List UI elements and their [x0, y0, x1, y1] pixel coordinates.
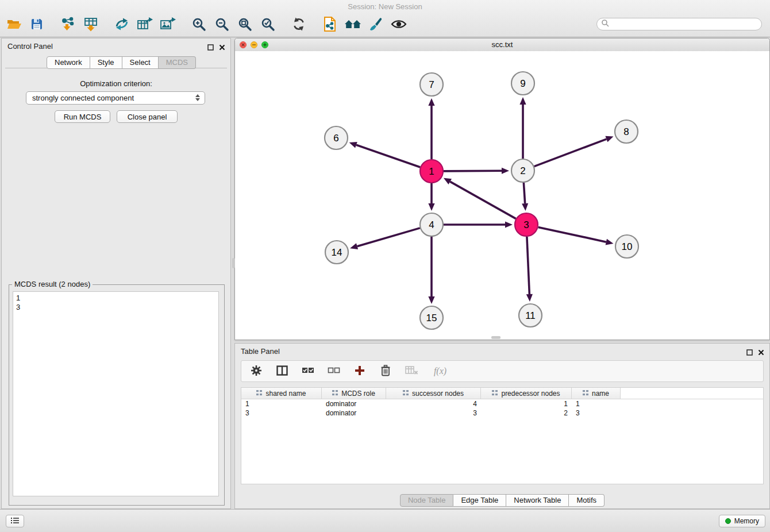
close-panel-icon[interactable]: [219, 43, 225, 53]
svg-text:2: 2: [520, 165, 525, 176]
show-graphics-details-button[interactable]: [387, 14, 410, 35]
apply-style-button[interactable]: [364, 14, 387, 35]
column-edit-icon: [583, 390, 589, 398]
graph-node-4[interactable]: 4: [420, 213, 443, 236]
graph-edge-3-11[interactable]: [526, 237, 533, 302]
column-header-name[interactable]: name: [572, 388, 621, 399]
delete-column-button[interactable]: [379, 364, 392, 379]
graph-edge-4-15[interactable]: [428, 237, 434, 304]
zoom-out-button[interactable]: [210, 14, 233, 35]
delete-table-button[interactable]: [405, 364, 418, 379]
add-column-button[interactable]: [353, 364, 367, 379]
mcds-result-title: MCDS result (2 nodes): [12, 280, 93, 288]
minimize-window-icon[interactable]: [251, 41, 257, 48]
table-row[interactable]: 1dominator411: [241, 399, 763, 408]
graph-node-6[interactable]: 6: [325, 126, 348, 149]
column-header-label: name: [592, 390, 609, 398]
tab-network[interactable]: Network: [47, 56, 90, 69]
run-mcds-button[interactable]: Run MCDS: [55, 110, 110, 123]
tab-mcds[interactable]: MCDS: [159, 56, 196, 69]
refresh-view-button[interactable]: [287, 14, 310, 35]
table-cell: 4: [386, 400, 481, 408]
column-header-predecessor-nodes[interactable]: predecessor nodes: [481, 388, 572, 399]
table-settings-button[interactable]: [249, 364, 263, 379]
criterion-dropdown[interactable]: strongly connected component: [26, 91, 205, 105]
float-panel-icon[interactable]: [207, 43, 214, 53]
network-window-titlebar[interactable]: scc.txt: [235, 38, 769, 52]
table-delete-icon: [405, 366, 418, 377]
graph-node-15[interactable]: 15: [420, 306, 443, 329]
open-session-button[interactable]: [2, 14, 25, 35]
graph-edge-3-10[interactable]: [538, 227, 614, 245]
column-edit-icon: [256, 390, 263, 398]
new-network-from-selection-button[interactable]: [318, 14, 341, 35]
eye-icon: [391, 18, 407, 32]
mcds-result-list[interactable]: 13: [13, 291, 219, 496]
search-box[interactable]: [596, 18, 762, 30]
export-table-icon: [137, 17, 153, 33]
tab-style[interactable]: Style: [90, 56, 122, 69]
graph-node-7[interactable]: 7: [420, 73, 443, 96]
import-network-button[interactable]: [56, 14, 79, 35]
import-table-button[interactable]: [79, 14, 102, 35]
graph-edge-4-14[interactable]: [350, 228, 420, 249]
graph-edge-2-8[interactable]: [534, 136, 614, 167]
svg-text:6: 6: [333, 133, 338, 144]
import-network-icon: [60, 17, 75, 33]
tab-edge-table[interactable]: Edge Table: [453, 494, 506, 507]
save-session-button[interactable]: [25, 14, 48, 35]
graph-edge-2-9[interactable]: [519, 97, 526, 159]
select-all-rows-button[interactable]: [301, 364, 315, 379]
export-image-button[interactable]: [156, 14, 179, 35]
function-builder-button[interactable]: f(x): [430, 364, 450, 379]
table-row[interactable]: 3dominator323: [241, 408, 763, 418]
graph-edge-1-7[interactable]: [428, 98, 434, 159]
graph-edge-1-4[interactable]: [428, 183, 434, 211]
column-header-successor-nodes[interactable]: successor nodes: [386, 388, 481, 399]
graph-edge-1-2[interactable]: [444, 168, 509, 174]
vertical-splitter-handle[interactable]: [232, 258, 235, 268]
graph-node-8[interactable]: 8: [615, 120, 638, 143]
graph-edge-1-6[interactable]: [349, 142, 421, 167]
graph-node-1[interactable]: 1: [420, 160, 443, 183]
graph-node-10[interactable]: 10: [615, 235, 638, 258]
graph-node-14[interactable]: 14: [325, 241, 348, 264]
zoom-in-button[interactable]: [187, 14, 210, 35]
float-panel-icon[interactable]: [746, 348, 753, 358]
maximize-window-icon[interactable]: [261, 41, 268, 48]
tab-select[interactable]: Select: [122, 56, 159, 69]
zoom-fit-button[interactable]: [233, 14, 256, 35]
network-arrows-button[interactable]: [110, 14, 133, 35]
task-history-button[interactable]: [6, 515, 24, 527]
table-panel: Table Panel: [234, 343, 770, 509]
close-panel-icon[interactable]: [758, 348, 764, 358]
show-hide-panels-button[interactable]: [341, 14, 364, 35]
column-visibility-button[interactable]: [275, 364, 289, 379]
table-header-row: shared nameMCDS rolesuccessor nodesprede…: [241, 388, 763, 399]
deselect-all-rows-button[interactable]: [327, 364, 341, 379]
graph-node-3[interactable]: 3: [515, 213, 538, 236]
graph-node-11[interactable]: 11: [519, 304, 542, 327]
export-table-button[interactable]: [133, 14, 156, 35]
close-panel-button[interactable]: Close panel: [117, 110, 178, 123]
column-header-shared-name[interactable]: shared name: [241, 388, 322, 399]
tab-motifs[interactable]: Motifs: [569, 494, 605, 507]
network-canvas[interactable]: 7968124314101511: [235, 51, 769, 340]
table-cell: 1: [572, 400, 621, 408]
tab-node-table[interactable]: Node Table: [400, 494, 454, 507]
horizontal-scrollbar-handle[interactable]: [491, 336, 500, 339]
table-cell: 1: [241, 400, 322, 408]
table-cell: dominator: [322, 400, 386, 408]
tab-network-table[interactable]: Network Table: [506, 494, 569, 507]
graph-edge-4-3[interactable]: [444, 221, 513, 228]
plus-icon: [354, 365, 365, 378]
zoom-selected-button[interactable]: [256, 14, 279, 35]
graph-node-9[interactable]: 9: [511, 72, 534, 95]
graph-edge-2-3[interactable]: [522, 183, 528, 211]
memory-button[interactable]: Memory: [719, 515, 765, 527]
close-window-icon[interactable]: [240, 41, 247, 48]
column-header-MCDS-role[interactable]: MCDS role: [322, 388, 386, 399]
graph-edge-3-1[interactable]: [444, 178, 516, 219]
graph-node-2[interactable]: 2: [511, 159, 534, 182]
search-input[interactable]: [611, 19, 761, 29]
